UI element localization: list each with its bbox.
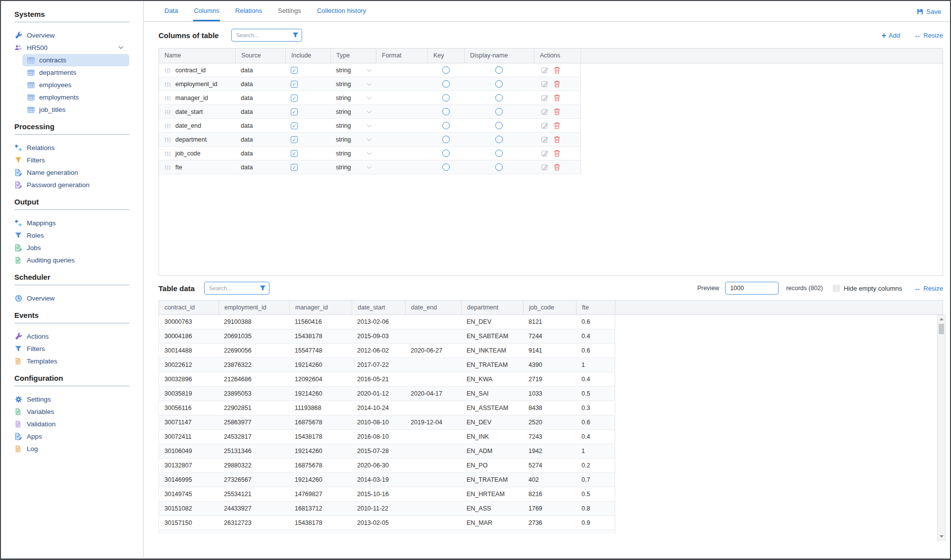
key-radio[interactable] bbox=[442, 122, 450, 129]
chevron-down-icon[interactable] bbox=[367, 150, 372, 155]
delete-trash-icon[interactable] bbox=[554, 150, 560, 157]
edit-pencil-icon[interactable] bbox=[541, 80, 548, 88]
display-name-radio[interactable] bbox=[495, 122, 503, 129]
display-name-radio[interactable] bbox=[495, 108, 503, 115]
key-radio[interactable] bbox=[442, 136, 450, 143]
display-name-radio[interactable] bbox=[495, 136, 503, 143]
sidebar-item-employees[interactable]: employees bbox=[22, 79, 129, 91]
resize-data-button[interactable]: ↔ Resize bbox=[914, 284, 943, 292]
tab-data[interactable]: Data bbox=[164, 1, 178, 21]
preview-count-input[interactable] bbox=[725, 282, 779, 295]
include-checkbox[interactable]: ✓ bbox=[291, 81, 298, 88]
edit-pencil-icon[interactable] bbox=[541, 122, 548, 129]
include-checkbox[interactable]: ✓ bbox=[291, 164, 298, 171]
sidebar-item-name-generation[interactable]: Name generation bbox=[14, 166, 129, 179]
delete-trash-icon[interactable] bbox=[554, 122, 560, 129]
include-checkbox[interactable]: ✓ bbox=[291, 67, 298, 74]
key-radio[interactable] bbox=[442, 66, 450, 74]
filter-funnel-icon[interactable] bbox=[292, 32, 299, 38]
delete-trash-icon[interactable] bbox=[554, 66, 560, 74]
edit-pencil-icon[interactable] bbox=[541, 94, 548, 102]
sidebar-item-actions[interactable]: Actions bbox=[14, 330, 129, 343]
sidebar-item-apps[interactable]: Apps bbox=[14, 430, 129, 443]
delete-trash-icon[interactable] bbox=[554, 80, 560, 88]
drag-handle-icon[interactable] bbox=[164, 165, 171, 170]
sidebar-item-job-titles[interactable]: job_titles bbox=[22, 103, 129, 116]
chevron-down-icon[interactable] bbox=[367, 108, 372, 113]
hide-empty-checkbox[interactable] bbox=[833, 285, 840, 292]
sidebar-item-variables[interactable]: Variables bbox=[14, 406, 129, 418]
sidebar-item-mappings[interactable]: Mappings bbox=[14, 217, 129, 229]
sidebar-item-contracts[interactable]: contracts bbox=[22, 54, 129, 66]
drag-handle-icon[interactable] bbox=[164, 82, 171, 87]
add-button[interactable]: + Add bbox=[882, 32, 900, 39]
drag-handle-icon[interactable] bbox=[164, 123, 171, 128]
drag-handle-icon[interactable] bbox=[164, 68, 171, 73]
tab-columns[interactable]: Columns bbox=[193, 1, 219, 21]
edit-pencil-icon[interactable] bbox=[541, 150, 548, 157]
tab-settings[interactable]: Settings bbox=[277, 1, 302, 21]
chevron-down-icon[interactable] bbox=[367, 164, 372, 169]
tab-collection-history[interactable]: Collection history bbox=[317, 1, 367, 21]
sidebar-item-hr500[interactable]: HR500 bbox=[14, 42, 129, 54]
sidebar-item-templates[interactable]: Templates bbox=[14, 355, 129, 367]
key-radio[interactable] bbox=[442, 150, 450, 157]
sidebar-item-departments[interactable]: departments bbox=[22, 66, 129, 79]
chevron-down-icon[interactable] bbox=[367, 81, 372, 86]
resize-columns-button[interactable]: ↔ Resize bbox=[914, 31, 943, 39]
edit-pencil-icon[interactable] bbox=[541, 163, 548, 171]
sidebar-item-auditing-queries[interactable]: Auditing queries bbox=[14, 254, 129, 266]
sidebar-item-label: departments bbox=[39, 69, 76, 76]
include-checkbox[interactable]: ✓ bbox=[291, 108, 298, 115]
scroll-up-arrow-icon[interactable] bbox=[940, 318, 944, 320]
save-button[interactable]: Save bbox=[917, 1, 941, 22]
sidebar-item-employments[interactable]: employments bbox=[22, 91, 129, 103]
scrollbar-thumb[interactable] bbox=[939, 324, 944, 334]
key-radio[interactable] bbox=[442, 94, 450, 102]
sidebar-item-overview[interactable]: Overview bbox=[14, 29, 129, 42]
drag-handle-icon[interactable] bbox=[164, 109, 171, 114]
vertical-scrollbar[interactable] bbox=[937, 315, 946, 541]
sidebar-item-log[interactable]: Log bbox=[14, 443, 129, 455]
delete-trash-icon[interactable] bbox=[554, 94, 560, 102]
delete-trash-icon[interactable] bbox=[554, 108, 560, 115]
include-checkbox[interactable]: ✓ bbox=[291, 136, 298, 143]
scroll-down-arrow-icon[interactable] bbox=[940, 535, 944, 538]
chevron-down-icon[interactable] bbox=[367, 122, 372, 127]
sidebar-item-validation[interactable]: Validation bbox=[14, 418, 129, 430]
display-name-radio[interactable] bbox=[495, 94, 503, 102]
include-checkbox[interactable]: ✓ bbox=[291, 150, 298, 157]
sidebar-item-settings[interactable]: Settings bbox=[14, 393, 129, 406]
edit-pencil-icon[interactable] bbox=[541, 66, 548, 74]
key-radio[interactable] bbox=[442, 108, 450, 115]
tab-relations[interactable]: Relations bbox=[235, 1, 263, 21]
display-name-radio[interactable] bbox=[495, 150, 503, 157]
chevron-down-icon[interactable] bbox=[367, 67, 372, 72]
drag-handle-icon[interactable] bbox=[164, 137, 171, 142]
chevron-down-icon[interactable] bbox=[367, 136, 372, 141]
delete-trash-icon[interactable] bbox=[554, 163, 560, 171]
sidebar-item-overview[interactable]: Overview bbox=[14, 292, 129, 305]
sidebar-item-relations[interactable]: Relations bbox=[14, 142, 129, 154]
include-checkbox[interactable]: ✓ bbox=[291, 95, 298, 102]
display-name-radio[interactable] bbox=[495, 66, 503, 74]
edit-pencil-icon[interactable] bbox=[541, 136, 548, 143]
drag-handle-icon[interactable] bbox=[164, 96, 171, 101]
sidebar-item-filters[interactable]: Filters bbox=[14, 154, 129, 166]
key-radio[interactable] bbox=[442, 163, 450, 171]
display-name-radio[interactable] bbox=[495, 80, 503, 88]
delete-trash-icon[interactable] bbox=[554, 136, 560, 143]
sidebar-item-filters[interactable]: Filters bbox=[14, 343, 129, 355]
sidebar-item-jobs[interactable]: Jobs bbox=[14, 242, 129, 254]
edit-pencil-icon[interactable] bbox=[541, 108, 548, 115]
columns-search-input[interactable] bbox=[231, 29, 302, 42]
sidebar-item-password-generation[interactable]: Password generation bbox=[14, 179, 129, 191]
chevron-down-icon[interactable] bbox=[118, 46, 123, 50]
key-radio[interactable] bbox=[442, 80, 450, 88]
sidebar-item-roles[interactable]: Roles bbox=[14, 229, 129, 242]
display-name-radio[interactable] bbox=[495, 163, 503, 171]
drag-handle-icon[interactable] bbox=[164, 151, 171, 156]
filter-funnel-icon[interactable] bbox=[260, 285, 266, 291]
chevron-down-icon[interactable] bbox=[367, 95, 372, 100]
include-checkbox[interactable]: ✓ bbox=[291, 122, 298, 129]
